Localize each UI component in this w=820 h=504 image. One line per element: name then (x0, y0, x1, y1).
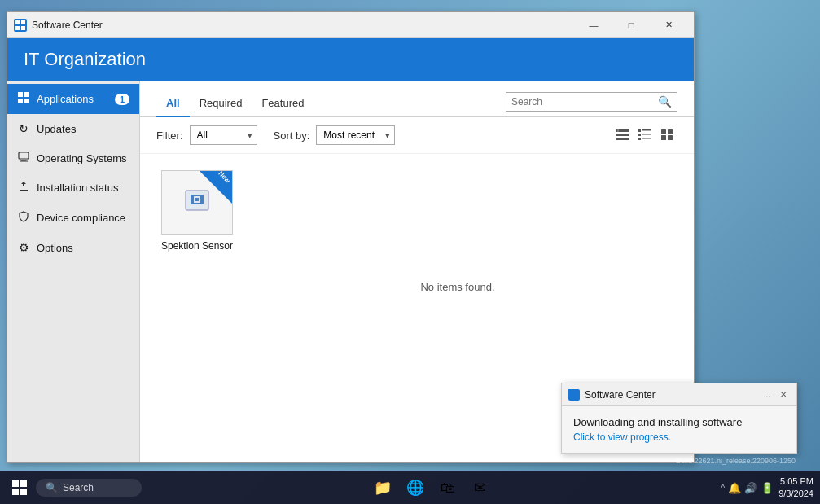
svg-rect-22 (638, 138, 641, 140)
sidebar-compliance-label: Device compliance (37, 212, 125, 224)
window-title: Software Center (32, 20, 575, 31)
app-name-spektion: Spektion Sensor (161, 240, 233, 252)
taskbar-app-edge[interactable]: 🌐 (401, 473, 430, 502)
svg-rect-34 (568, 395, 572, 399)
svg-rect-25 (668, 129, 673, 134)
svg-rect-8 (19, 152, 29, 159)
no-items-text: No items found. (156, 281, 677, 293)
header-title: IT Organization (24, 49, 146, 70)
build-text: Build 22621.ni_release.220906-1250 (676, 457, 796, 465)
svg-rect-33 (574, 389, 578, 393)
svg-rect-5 (24, 92, 29, 97)
sort-select-wrapper: Most recent Name Publisher (316, 125, 395, 145)
taskbar-app-file-explorer[interactable]: 📁 (368, 473, 397, 502)
windows-logo-icon (12, 480, 27, 495)
taskbar-sys-icons: ^ 🔔 🔊 🔋 (721, 482, 774, 494)
file-explorer-icon: 📁 (374, 479, 392, 497)
sidebar-item-applications[interactable]: Applications 1 (7, 84, 139, 114)
svg-rect-20 (638, 134, 641, 136)
applications-icon (17, 92, 30, 106)
header-bar: IT Organization (7, 38, 694, 81)
notification-titlebar: Software Center ... ✕ (562, 383, 796, 406)
svg-rect-26 (661, 135, 666, 140)
os-icon (17, 151, 30, 164)
svg-rect-24 (661, 129, 666, 134)
notification-body: Downloading and installing software Clic… (562, 406, 796, 453)
taskbar-chevron-icon[interactable]: ^ (721, 484, 725, 493)
taskbar-right: ^ 🔔 🔊 🔋 5:05 PM 9/3/2024 (721, 476, 813, 501)
notification-icon (568, 389, 580, 401)
battery-icon[interactable]: 🔋 (761, 482, 774, 494)
view-grid-button[interactable] (658, 125, 677, 145)
taskbar-search[interactable]: 🔍 Search (36, 479, 142, 497)
svg-rect-16 (616, 138, 629, 140)
taskbar-apps: 📁 🌐 🛍 ✉ (145, 473, 717, 502)
store-icon: 🛍 (441, 480, 455, 497)
taskbar-app-store[interactable]: 🛍 (433, 473, 463, 502)
sidebar-item-options[interactable]: ⚙ Options (7, 233, 139, 262)
sidebar-updates-label: Updates (37, 123, 76, 135)
filter-label: Filter: (156, 129, 183, 142)
svg-rect-21 (642, 134, 651, 135)
tabs-row: All Required Featured 🔍 (140, 81, 694, 117)
filter-select[interactable]: All Available Required Installed Failed (190, 125, 257, 145)
minimize-button[interactable]: — (575, 12, 612, 38)
notification-close-button[interactable]: ✕ (777, 388, 790, 401)
svg-rect-12 (23, 182, 24, 186)
start-button[interactable] (7, 475, 33, 501)
desktop: Software Center — □ ✕ IT Organization (0, 0, 820, 504)
installation-icon (17, 181, 30, 195)
taskbar-app-mail[interactable]: ✉ (466, 473, 495, 502)
sort-label: Sort by: (274, 129, 310, 142)
notification-controls: ... ✕ (761, 388, 790, 401)
notification-sub-text[interactable]: Click to view progress. (573, 432, 785, 443)
notification-popup[interactable]: Software Center ... ✕ Downloading and in… (561, 383, 797, 454)
updates-icon: ↻ (17, 122, 30, 135)
search-input[interactable] (511, 96, 658, 107)
filter-select-wrapper: All Available Required Installed Failed (190, 125, 257, 145)
notification-main-text: Downloading and installing software (573, 416, 785, 428)
notification-title: Software Center (585, 389, 761, 401)
window-icon (14, 19, 27, 32)
tab-required[interactable]: Required (190, 90, 252, 117)
search-box[interactable]: 🔍 (506, 92, 677, 112)
app-thumbnail-spektion: New (161, 170, 233, 235)
sidebar-item-installation-status[interactable]: Installation status (7, 173, 139, 203)
view-compact-button[interactable] (612, 125, 632, 145)
speakers-icon[interactable]: 🔊 (744, 482, 757, 494)
sidebar-os-label: Operating Systems (37, 152, 127, 164)
svg-rect-31 (195, 198, 199, 201)
svg-rect-13 (20, 190, 28, 191)
notification-bell-icon[interactable]: 🔔 (728, 482, 741, 494)
options-icon: ⚙ (17, 241, 30, 254)
svg-rect-9 (21, 160, 26, 161)
svg-rect-0 (15, 20, 20, 24)
sidebar-applications-label: Applications (37, 93, 94, 105)
app-card-spektion[interactable]: New Spektion Sensor (156, 170, 238, 252)
maximize-button[interactable]: □ (612, 12, 650, 38)
sidebar-item-device-compliance[interactable]: Device compliance (7, 203, 139, 233)
svg-rect-4 (18, 92, 23, 97)
svg-rect-18 (638, 129, 641, 132)
taskbar-time-display: 5:05 PM (778, 476, 813, 488)
svg-rect-7 (24, 99, 29, 103)
svg-rect-6 (18, 99, 23, 103)
sort-select[interactable]: Most recent Name Publisher (316, 125, 395, 145)
notification-more-button[interactable]: ... (761, 388, 774, 401)
edge-icon: 🌐 (406, 479, 424, 497)
taskbar-clock[interactable]: 5:05 PM 9/3/2024 (778, 476, 813, 501)
close-button[interactable]: ✕ (650, 12, 687, 38)
tab-featured[interactable]: Featured (252, 90, 314, 117)
taskbar-search-label: Search (63, 482, 94, 493)
svg-rect-15 (616, 134, 629, 136)
svg-rect-32 (568, 389, 572, 393)
tab-all[interactable]: All (156, 90, 190, 117)
view-list-button[interactable] (635, 125, 655, 145)
sidebar: Applications 1 ↻ Updates Operat (7, 81, 140, 462)
sidebar-item-operating-systems[interactable]: Operating Systems (7, 143, 139, 173)
svg-rect-2 (15, 26, 20, 30)
sidebar-item-updates[interactable]: ↻ Updates (7, 114, 139, 143)
svg-rect-35 (574, 395, 578, 399)
svg-rect-1 (21, 20, 25, 24)
svg-rect-19 (642, 129, 651, 131)
